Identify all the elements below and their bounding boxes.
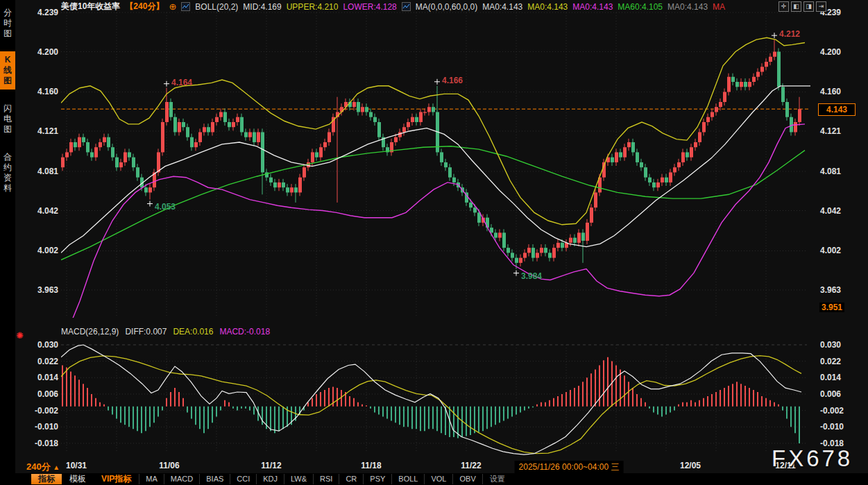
period-arrow-icon: ▲ xyxy=(53,463,60,471)
macd-axis-label: 0.022 xyxy=(17,356,58,367)
x-axis: 240分 ▲ 10/3111/0611/1211/1811/222025/11/… xyxy=(0,459,868,473)
macd-header-value: DIFF:0.007 xyxy=(125,327,167,337)
indicator-icon[interactable] xyxy=(402,2,411,11)
macd-axis-label: 0.022 xyxy=(820,356,865,367)
price-axis-label: 4.160 xyxy=(17,86,58,97)
boll-lower-line xyxy=(66,124,805,333)
sidebar-tab-label: 闪电图 xyxy=(3,103,12,135)
macd-axis-label: 0.014 xyxy=(17,372,58,383)
marker-price-label: 4.053 xyxy=(155,202,176,212)
macd-axis-label: 0.014 xyxy=(820,372,865,383)
price-axis-label: 3.963 xyxy=(17,284,58,296)
header-indicator-value: BOLL(20,2) xyxy=(195,2,238,12)
price-axis-label: 4.002 xyxy=(820,245,865,256)
price-axis-label: 4.200 xyxy=(820,46,865,58)
panel-left-icon[interactable]: ◧ xyxy=(791,1,801,12)
header-indicator-value: LOWER:4.128 xyxy=(343,2,396,12)
macd-axis-label: 0.030 xyxy=(820,339,865,350)
macd-axis-label: 0.006 xyxy=(820,389,865,400)
header-indicator-value: MA0:4.143 xyxy=(527,2,568,12)
toolbar-button-VIP指标[interactable]: VIP指标 xyxy=(94,474,139,484)
candlestick-series xyxy=(61,40,801,269)
toolbar-button-模板[interactable]: 模板 xyxy=(62,474,94,484)
price-axis-label: 4.239 xyxy=(820,7,865,18)
macd-header: MACD(26,12,9)DIFF:0.007DEA:0.016MACD:-0.… xyxy=(61,327,270,337)
macd-axis-label: -0.010 xyxy=(17,421,58,432)
macd-axis-label: -0.018 xyxy=(17,438,58,449)
bottom-toolbar: 指标模板VIP指标MAMACDBIASCCIKDJLW&RSICRPSYBOLL… xyxy=(0,473,868,485)
period-label[interactable]: 240分 ▲ xyxy=(26,461,60,473)
toolbar-button-BIAS[interactable]: BIAS xyxy=(199,474,230,484)
left-tab-bar: 分时图K线图闪电图合约资料 xyxy=(0,0,15,485)
marker-price-label: 3.984 xyxy=(521,271,542,281)
toolbar-button-KDJ[interactable]: KDJ xyxy=(256,474,284,484)
header-indicator-value: 【240分】 xyxy=(125,1,164,12)
sidebar-tab-闪电图[interactable]: 闪电图 xyxy=(0,100,15,138)
macd-axis-label: -0.002 xyxy=(820,405,865,416)
header-indicator-value: UPPER:4.210 xyxy=(287,2,339,12)
price-axis-label: 4.081 xyxy=(17,166,58,177)
crosshair-icon[interactable]: ✛ xyxy=(778,1,789,12)
toolbar-button-PSY[interactable]: PSY xyxy=(363,474,391,484)
indicator-header: 美债10年收益率【240分】⊕BOLL(20,2)MID:4.169UPPER:… xyxy=(61,1,776,12)
marker-price-label: 4.164 xyxy=(171,78,192,87)
date-tick-label: 10/31 xyxy=(66,461,87,470)
low-price-tag: 3.951 xyxy=(819,303,844,312)
watermark: FX678 xyxy=(772,445,853,472)
selected-bar-time-label: 2025/11/26 00:00~04:00 三 xyxy=(515,461,624,474)
header-indicator-value: 美债10年收益率 xyxy=(61,1,120,12)
date-tick-label: 12/05 xyxy=(680,461,701,470)
alert-icon[interactable]: ✺ xyxy=(16,330,24,341)
macd-header-value: DEA:0.016 xyxy=(173,327,213,337)
boll-mid-line xyxy=(61,86,810,253)
period-text: 240分 xyxy=(26,461,51,472)
price-axis-label: 4.160 xyxy=(820,86,865,97)
date-tick-label: 11/22 xyxy=(461,461,481,470)
toolbar-button-CR[interactable]: CR xyxy=(339,474,363,484)
macd-axis-label: -0.002 xyxy=(17,405,58,416)
header-indicator-value: MID:4.169 xyxy=(243,2,281,12)
header-indicator-value: MA xyxy=(713,2,725,12)
date-tick-label: 11/18 xyxy=(361,461,381,470)
toolbar-button-CCI[interactable]: CCI xyxy=(230,474,256,484)
toolbar-button-OBV[interactable]: OBV xyxy=(452,474,482,484)
sidebar-tab-合约资料[interactable]: 合约资料 xyxy=(0,148,15,197)
toolbar-button-设置[interactable]: 设置 xyxy=(482,474,512,484)
sidebar-tab-label: 分时图 xyxy=(3,8,12,39)
macd-axis-label: 0.006 xyxy=(17,389,58,400)
marker-price-label: 4.166 xyxy=(442,76,463,85)
panel-right-icon[interactable]: ◨ xyxy=(803,1,814,12)
add-indicator-icon[interactable]: ⊕ xyxy=(169,2,176,11)
toolbar-button-VOL[interactable]: VOL xyxy=(424,474,452,484)
last-price-tag: 4.143 xyxy=(818,103,856,116)
toolbar-button-MA[interactable]: MA xyxy=(139,474,164,484)
toolbar-button-指标[interactable]: 指标 xyxy=(31,474,62,484)
toolbar-button-LW&[interactable]: LW& xyxy=(284,474,313,484)
header-indicator-value: MA0:4.143 xyxy=(572,2,613,12)
exit-icon[interactable]: ⇥ xyxy=(816,1,826,12)
macd-header-value: MACD(26,12,9) xyxy=(61,327,119,337)
header-indicator-value: MA(0,0,0,60,0,0) xyxy=(416,2,477,12)
price-axis-label: 4.042 xyxy=(820,205,865,216)
marker-price-label: 4.212 xyxy=(779,29,800,39)
sidebar-tab-分时图[interactable]: 分时图 xyxy=(0,4,15,42)
price-axis-label: 4.042 xyxy=(17,205,58,216)
price-axis-label: 4.081 xyxy=(820,166,865,177)
price-markers: 4.1644.1664.2124.0533.984 xyxy=(147,29,800,280)
chart-canvas[interactable]: 4.1644.1664.2124.0533.984 xyxy=(0,0,868,485)
sidebar-tab-label: K线图 xyxy=(3,55,12,86)
toolbar-button-BOLL[interactable]: BOLL xyxy=(391,474,424,484)
sidebar-tab-label: 合约资料 xyxy=(3,152,12,194)
toolbar-button-MACD[interactable]: MACD xyxy=(164,474,199,484)
header-indicator-value: MA0:4.143 xyxy=(482,2,522,12)
price-axis-label: 4.121 xyxy=(17,126,58,137)
price-axis-label: 4.002 xyxy=(17,245,58,256)
sidebar-tab-K线图[interactable]: K线图 xyxy=(0,51,15,90)
price-axis-label: 4.121 xyxy=(820,126,865,137)
indicator-icon[interactable] xyxy=(181,2,190,11)
macd-axis-label: -0.010 xyxy=(820,421,865,432)
price-axis-label: 3.963 xyxy=(820,284,865,296)
date-tick-label: 11/12 xyxy=(261,461,281,470)
date-tick-label: 11/06 xyxy=(159,461,179,470)
toolbar-button-RSI[interactable]: RSI xyxy=(313,474,339,484)
